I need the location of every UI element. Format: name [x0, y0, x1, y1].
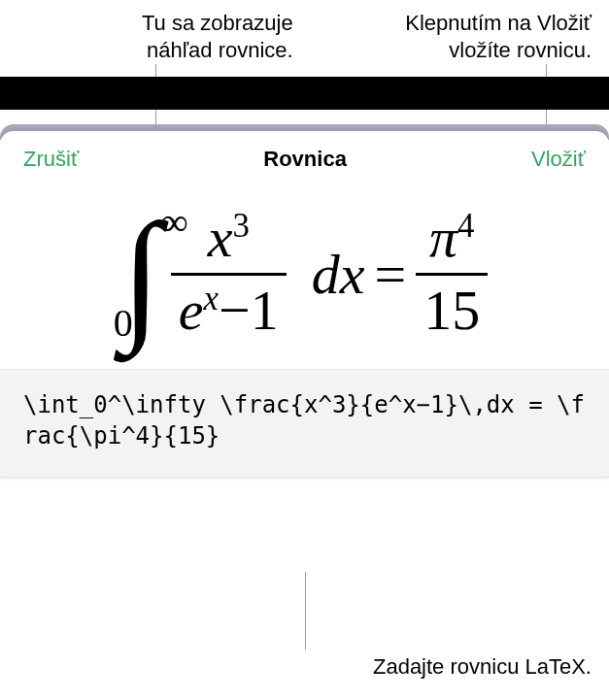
callout-text: Zadajte rovnicu LaTeX.	[373, 654, 592, 679]
fraction-2: π4 15	[416, 207, 488, 342]
differential: dx	[312, 242, 365, 307]
fraction-bar	[171, 273, 287, 276]
equation-preview: ∞ ∫ 0 x3 ex−1 dx = π4	[0, 180, 609, 369]
equation-rendered: ∞ ∫ 0 x3 ex−1 dx = π4	[121, 207, 488, 342]
callout-text: vložíte rovnicu.	[449, 38, 592, 62]
callout-insert: Klepnutím na Vložiť vložíte rovnicu.	[316, 10, 592, 63]
var-x: x	[340, 243, 365, 306]
callout-line	[305, 572, 306, 650]
exp-x: x	[204, 279, 219, 317]
cancel-button[interactable]: Zrušiť	[23, 147, 79, 172]
one: 1	[251, 279, 279, 342]
fraction-bar	[416, 273, 488, 276]
integral-upper: ∞	[160, 199, 188, 245]
insert-button[interactable]: Vložiť	[531, 147, 586, 172]
callout-text: Tu sa zobrazuje	[142, 11, 293, 35]
fraction-2-den: 15	[416, 280, 488, 342]
minus: −	[219, 279, 251, 342]
pi: π	[429, 206, 457, 269]
toolbar: Zrušiť Rovnica Vložiť	[0, 131, 609, 180]
callout-text: Klepnutím na Vložiť	[405, 11, 592, 35]
callout-latex: Zadajte rovnicu LaTeX.	[373, 654, 592, 680]
integral-lower: 0	[114, 300, 133, 346]
status-bar-black	[0, 77, 609, 110]
callout-preview: Tu sa zobrazuje náhľad rovnice.	[17, 10, 293, 63]
callout-text: náhľad rovnice.	[147, 38, 293, 62]
latex-input[interactable]: \int_0^\infty \frac{x^3}{e^x−1}\,dx = \f…	[0, 369, 609, 479]
equals: =	[375, 242, 407, 307]
var-x: x	[208, 206, 233, 269]
exp-4: 4	[457, 207, 474, 245]
var-e: e	[179, 279, 204, 342]
fraction-2-num: π4	[422, 207, 482, 269]
fraction-1-num: x3	[200, 207, 257, 269]
equation-sheet: Zrušiť Rovnica Vložiť ∞ ∫ 0 x3 ex−1 dx	[0, 131, 609, 478]
d: d	[312, 243, 340, 306]
integral: ∞ ∫ 0	[121, 209, 161, 340]
toolbar-title: Rovnica	[263, 147, 347, 172]
exp-3: 3	[232, 207, 249, 245]
fraction-1-den: ex−1	[171, 280, 287, 342]
